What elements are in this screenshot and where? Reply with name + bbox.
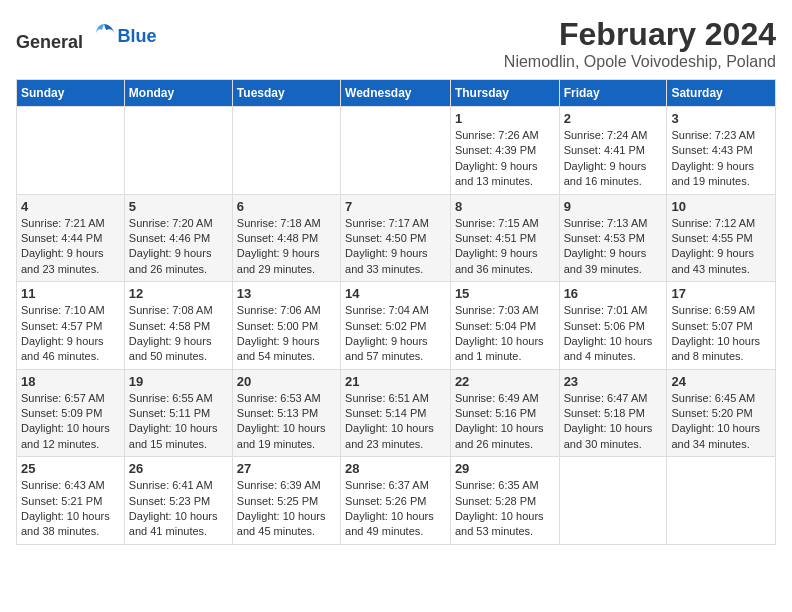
calendar-cell: 11Sunrise: 7:10 AM Sunset: 4:57 PM Dayli…	[17, 282, 125, 370]
day-info: Sunrise: 7:12 AM Sunset: 4:55 PM Dayligh…	[671, 216, 771, 278]
day-number: 8	[455, 199, 555, 214]
weekday-header-row: SundayMondayTuesdayWednesdayThursdayFrid…	[17, 80, 776, 107]
day-number: 4	[21, 199, 120, 214]
weekday-header-tuesday: Tuesday	[232, 80, 340, 107]
weekday-header-friday: Friday	[559, 80, 667, 107]
logo-text-blue: Blue	[118, 26, 157, 46]
day-number: 1	[455, 111, 555, 126]
day-number: 25	[21, 461, 120, 476]
day-number: 14	[345, 286, 446, 301]
day-number: 5	[129, 199, 228, 214]
calendar-cell	[667, 457, 776, 545]
calendar-cell: 21Sunrise: 6:51 AM Sunset: 5:14 PM Dayli…	[341, 369, 451, 457]
day-number: 10	[671, 199, 771, 214]
calendar-cell: 9Sunrise: 7:13 AM Sunset: 4:53 PM Daylig…	[559, 194, 667, 282]
day-info: Sunrise: 7:01 AM Sunset: 5:06 PM Dayligh…	[564, 303, 663, 365]
calendar-cell: 19Sunrise: 6:55 AM Sunset: 5:11 PM Dayli…	[124, 369, 232, 457]
day-info: Sunrise: 7:23 AM Sunset: 4:43 PM Dayligh…	[671, 128, 771, 190]
day-number: 13	[237, 286, 336, 301]
calendar-body: 1Sunrise: 7:26 AM Sunset: 4:39 PM Daylig…	[17, 107, 776, 545]
day-info: Sunrise: 7:13 AM Sunset: 4:53 PM Dayligh…	[564, 216, 663, 278]
day-info: Sunrise: 7:08 AM Sunset: 4:58 PM Dayligh…	[129, 303, 228, 365]
day-info: Sunrise: 6:53 AM Sunset: 5:13 PM Dayligh…	[237, 391, 336, 453]
calendar-cell: 3Sunrise: 7:23 AM Sunset: 4:43 PM Daylig…	[667, 107, 776, 195]
day-info: Sunrise: 6:35 AM Sunset: 5:28 PM Dayligh…	[455, 478, 555, 540]
calendar-cell	[559, 457, 667, 545]
week-row-2: 4Sunrise: 7:21 AM Sunset: 4:44 PM Daylig…	[17, 194, 776, 282]
day-info: Sunrise: 6:45 AM Sunset: 5:20 PM Dayligh…	[671, 391, 771, 453]
weekday-header-wednesday: Wednesday	[341, 80, 451, 107]
day-number: 18	[21, 374, 120, 389]
week-row-5: 25Sunrise: 6:43 AM Sunset: 5:21 PM Dayli…	[17, 457, 776, 545]
day-info: Sunrise: 7:15 AM Sunset: 4:51 PM Dayligh…	[455, 216, 555, 278]
day-info: Sunrise: 7:21 AM Sunset: 4:44 PM Dayligh…	[21, 216, 120, 278]
week-row-4: 18Sunrise: 6:57 AM Sunset: 5:09 PM Dayli…	[17, 369, 776, 457]
calendar-cell: 17Sunrise: 6:59 AM Sunset: 5:07 PM Dayli…	[667, 282, 776, 370]
calendar-cell: 18Sunrise: 6:57 AM Sunset: 5:09 PM Dayli…	[17, 369, 125, 457]
calendar-cell: 12Sunrise: 7:08 AM Sunset: 4:58 PM Dayli…	[124, 282, 232, 370]
day-number: 11	[21, 286, 120, 301]
calendar-table: SundayMondayTuesdayWednesdayThursdayFrid…	[16, 79, 776, 545]
weekday-header-thursday: Thursday	[450, 80, 559, 107]
title-area: February 2024 Niemodlin, Opole Voivodesh…	[504, 16, 776, 71]
day-info: Sunrise: 7:06 AM Sunset: 5:00 PM Dayligh…	[237, 303, 336, 365]
calendar-cell	[232, 107, 340, 195]
day-info: Sunrise: 6:59 AM Sunset: 5:07 PM Dayligh…	[671, 303, 771, 365]
calendar-cell: 8Sunrise: 7:15 AM Sunset: 4:51 PM Daylig…	[450, 194, 559, 282]
logo: General Blue	[16, 20, 157, 53]
calendar-cell: 5Sunrise: 7:20 AM Sunset: 4:46 PM Daylig…	[124, 194, 232, 282]
week-row-3: 11Sunrise: 7:10 AM Sunset: 4:57 PM Dayli…	[17, 282, 776, 370]
day-number: 26	[129, 461, 228, 476]
day-number: 9	[564, 199, 663, 214]
day-info: Sunrise: 6:41 AM Sunset: 5:23 PM Dayligh…	[129, 478, 228, 540]
day-info: Sunrise: 6:57 AM Sunset: 5:09 PM Dayligh…	[21, 391, 120, 453]
day-number: 29	[455, 461, 555, 476]
day-info: Sunrise: 7:24 AM Sunset: 4:41 PM Dayligh…	[564, 128, 663, 190]
day-info: Sunrise: 6:55 AM Sunset: 5:11 PM Dayligh…	[129, 391, 228, 453]
calendar-cell: 29Sunrise: 6:35 AM Sunset: 5:28 PM Dayli…	[450, 457, 559, 545]
location-title: Niemodlin, Opole Voivodeship, Poland	[504, 53, 776, 71]
calendar-cell: 25Sunrise: 6:43 AM Sunset: 5:21 PM Dayli…	[17, 457, 125, 545]
day-info: Sunrise: 7:18 AM Sunset: 4:48 PM Dayligh…	[237, 216, 336, 278]
day-info: Sunrise: 6:39 AM Sunset: 5:25 PM Dayligh…	[237, 478, 336, 540]
day-number: 24	[671, 374, 771, 389]
day-info: Sunrise: 6:43 AM Sunset: 5:21 PM Dayligh…	[21, 478, 120, 540]
day-info: Sunrise: 6:37 AM Sunset: 5:26 PM Dayligh…	[345, 478, 446, 540]
calendar-cell: 2Sunrise: 7:24 AM Sunset: 4:41 PM Daylig…	[559, 107, 667, 195]
calendar-cell: 13Sunrise: 7:06 AM Sunset: 5:00 PM Dayli…	[232, 282, 340, 370]
calendar-cell: 22Sunrise: 6:49 AM Sunset: 5:16 PM Dayli…	[450, 369, 559, 457]
day-info: Sunrise: 6:51 AM Sunset: 5:14 PM Dayligh…	[345, 391, 446, 453]
calendar-cell: 10Sunrise: 7:12 AM Sunset: 4:55 PM Dayli…	[667, 194, 776, 282]
weekday-header-monday: Monday	[124, 80, 232, 107]
day-number: 17	[671, 286, 771, 301]
logo-text-general: General	[16, 32, 83, 52]
calendar-cell	[124, 107, 232, 195]
day-number: 28	[345, 461, 446, 476]
day-info: Sunrise: 7:10 AM Sunset: 4:57 PM Dayligh…	[21, 303, 120, 365]
day-number: 16	[564, 286, 663, 301]
day-number: 15	[455, 286, 555, 301]
calendar-cell: 28Sunrise: 6:37 AM Sunset: 5:26 PM Dayli…	[341, 457, 451, 545]
day-info: Sunrise: 6:49 AM Sunset: 5:16 PM Dayligh…	[455, 391, 555, 453]
day-number: 2	[564, 111, 663, 126]
calendar-cell: 7Sunrise: 7:17 AM Sunset: 4:50 PM Daylig…	[341, 194, 451, 282]
calendar-cell: 24Sunrise: 6:45 AM Sunset: 5:20 PM Dayli…	[667, 369, 776, 457]
day-info: Sunrise: 7:03 AM Sunset: 5:04 PM Dayligh…	[455, 303, 555, 365]
day-number: 22	[455, 374, 555, 389]
weekday-header-sunday: Sunday	[17, 80, 125, 107]
day-number: 19	[129, 374, 228, 389]
calendar-cell: 27Sunrise: 6:39 AM Sunset: 5:25 PM Dayli…	[232, 457, 340, 545]
calendar-cell: 26Sunrise: 6:41 AM Sunset: 5:23 PM Dayli…	[124, 457, 232, 545]
day-info: Sunrise: 6:47 AM Sunset: 5:18 PM Dayligh…	[564, 391, 663, 453]
calendar-cell: 1Sunrise: 7:26 AM Sunset: 4:39 PM Daylig…	[450, 107, 559, 195]
day-number: 23	[564, 374, 663, 389]
day-number: 3	[671, 111, 771, 126]
day-info: Sunrise: 7:20 AM Sunset: 4:46 PM Dayligh…	[129, 216, 228, 278]
calendar-cell: 16Sunrise: 7:01 AM Sunset: 5:06 PM Dayli…	[559, 282, 667, 370]
calendar-cell: 6Sunrise: 7:18 AM Sunset: 4:48 PM Daylig…	[232, 194, 340, 282]
week-row-1: 1Sunrise: 7:26 AM Sunset: 4:39 PM Daylig…	[17, 107, 776, 195]
weekday-header-saturday: Saturday	[667, 80, 776, 107]
calendar-cell	[341, 107, 451, 195]
day-number: 21	[345, 374, 446, 389]
calendar-cell: 20Sunrise: 6:53 AM Sunset: 5:13 PM Dayli…	[232, 369, 340, 457]
